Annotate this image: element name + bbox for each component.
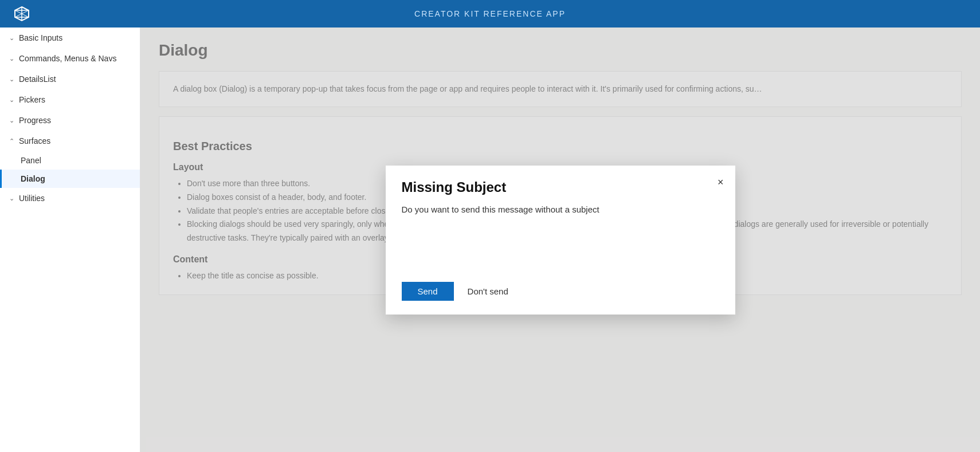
sidebar: ⌄ Basic Inputs ⌄ Commands, Menus & Navs … <box>0 27 140 452</box>
sidebar-item-label: Surfaces <box>19 136 50 146</box>
chevron-up-icon: ⌃ <box>9 137 14 145</box>
chevron-icon: ⌄ <box>9 34 14 42</box>
chevron-icon: ⌄ <box>9 55 14 62</box>
sidebar-item-basic-inputs[interactable]: ⌄ Basic Inputs <box>0 27 140 48</box>
topbar-title: CREATOR KIT REFERENCE APP <box>414 9 566 18</box>
chevron-icon: ⌄ <box>9 117 14 124</box>
dialog-close-button[interactable]: × <box>715 175 726 190</box>
sidebar-subitem-label: Panel <box>21 156 41 165</box>
sidebar-item-pickers[interactable]: ⌄ Pickers <box>0 89 140 110</box>
logo-icon <box>11 3 32 24</box>
topbar-logo <box>11 3 32 24</box>
dialog-overlay: × Missing Subject Do you want to send th… <box>140 27 980 452</box>
layout: ⌄ Basic Inputs ⌄ Commands, Menus & Navs … <box>0 27 980 452</box>
chevron-icon: ⌄ <box>9 76 14 83</box>
sidebar-item-surfaces[interactable]: ⌃ Surfaces <box>0 131 140 151</box>
sidebar-item-label: DetailsList <box>19 74 56 84</box>
sidebar-subitem-label: Dialog <box>21 174 45 183</box>
dialog: × Missing Subject Do you want to send th… <box>386 166 735 315</box>
dont-send-button[interactable]: Don't send <box>461 282 515 301</box>
sidebar-item-progress[interactable]: ⌄ Progress <box>0 110 140 131</box>
sidebar-subitem-dialog[interactable]: Dialog <box>0 170 140 188</box>
dialog-body: Do you want to send this message without… <box>402 205 719 264</box>
main-content: Dialog A dialog box (Dialog) is a tempor… <box>140 27 980 452</box>
dialog-title: Missing Subject <box>402 179 719 195</box>
sidebar-subitem-panel[interactable]: Panel <box>0 151 140 170</box>
sidebar-item-label: Utilities <box>19 194 45 203</box>
sidebar-item-label: Pickers <box>19 95 45 104</box>
sidebar-item-label: Commands, Menus & Navs <box>19 54 116 63</box>
sidebar-item-label: Basic Inputs <box>19 33 62 42</box>
topbar: CREATOR KIT REFERENCE APP <box>0 0 980 27</box>
chevron-icon: ⌄ <box>9 96 14 104</box>
chevron-icon: ⌄ <box>9 195 14 202</box>
sidebar-item-utilities[interactable]: ⌄ Utilities <box>0 188 140 209</box>
send-button[interactable]: Send <box>402 282 454 301</box>
sidebar-item-label: Progress <box>19 116 51 125</box>
dialog-footer: Send Don't send <box>402 282 719 301</box>
sidebar-item-commands-menus-navs[interactable]: ⌄ Commands, Menus & Navs <box>0 48 140 69</box>
sidebar-item-details-list[interactable]: ⌄ DetailsList <box>0 69 140 89</box>
